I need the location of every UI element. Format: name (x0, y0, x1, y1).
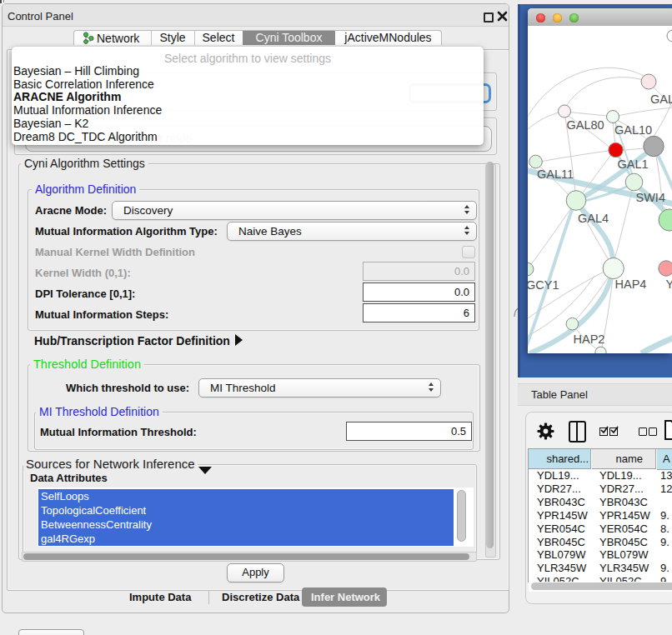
svg-text:HAP4: HAP4 (615, 278, 647, 291)
svg-text:GCY1: GCY1 (528, 278, 559, 292)
svg-text:GAL4: GAL4 (578, 212, 609, 225)
svg-text:GAL80: GAL80 (567, 118, 604, 132)
svg-text:GAL11: GAL11 (537, 168, 574, 181)
svg-text:SWI4: SWI4 (636, 191, 665, 204)
svg-text:HAP2: HAP2 (574, 332, 605, 346)
svg-text:Y: Y (666, 278, 672, 291)
svg-text:GAL2: GAL2 (650, 92, 672, 106)
svg-text:GAL10: GAL10 (614, 123, 652, 137)
svg-text:GAL1: GAL1 (618, 158, 649, 171)
